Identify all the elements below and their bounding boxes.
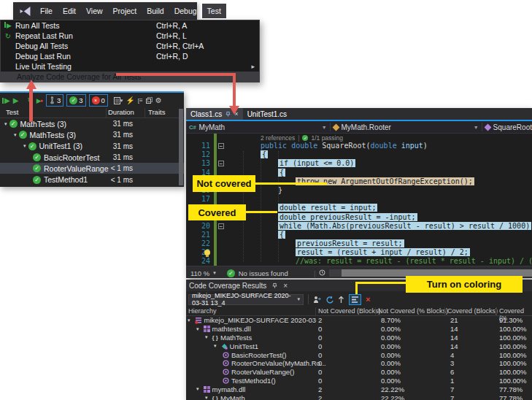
menu-item-repeat-last-run[interactable]: ↻Repeat Last RunCtrl+R, L [1, 31, 259, 41]
test-row[interactable]: ▾✓MathTests (3)31 ms [0, 118, 184, 129]
menu-project[interactable]: Project [108, 4, 142, 18]
member-dropdown[interactable]: SquareRoot [482, 123, 532, 131]
test-explorer-scrollbar[interactable] [179, 109, 183, 185]
merge-results-icon[interactable] [325, 296, 334, 304]
type-dropdown[interactable]: MyMath.Rooter ▼ [331, 123, 482, 131]
export-results-icon[interactable] [338, 296, 344, 304]
import-results-icon[interactable] [313, 296, 321, 304]
expander-icon[interactable]: ▾ [14, 132, 17, 138]
test-explorer-panel: ▶ ▶ ↻ ▶● 3 ✓ 3 × 0 ▾ ⚡ [≡ [0, 91, 184, 187]
filter-passed-tests-button[interactable]: ✓ 3 [66, 94, 85, 107]
column-hierarchy[interactable]: Hierarchy [186, 307, 217, 315]
issues-status[interactable]: No issues found [239, 269, 288, 277]
coverage-run-selector[interactable]: mikejo_MIKEJO-SURFACE 2020-03-31 13_4 ▾ [188, 294, 304, 305]
menu-build[interactable]: Build [142, 4, 169, 18]
coverage-row[interactable]: ▾UnitTest100.00%14100.00% [186, 342, 532, 350]
test-row[interactable]: ▾✓UnitTest1 (3)31 ms [0, 141, 184, 152]
filter-all-tests-button[interactable]: 3 [46, 94, 63, 107]
code-line[interactable]: 23result = (result + input / result) / 2… [186, 248, 532, 257]
coverage-row[interactable]: RooterValueRange()00.00%6100.00% [186, 368, 532, 377]
line-number: 24 [186, 257, 210, 266]
code-line[interactable]: 22previousResult = result; [186, 239, 532, 248]
show-coverage-coloring-button[interactable] [349, 294, 361, 305]
test-row[interactable]: ✓BasicRooterTest31 ms [0, 152, 184, 163]
test-name: UnitTest1 (3) [39, 142, 83, 150]
run-tests-icon[interactable]: ▶ [13, 97, 19, 104]
menu-edit[interactable]: Edit [58, 4, 81, 18]
menu-item-run-all-tests[interactable]: ▶Run All TestsCtrl+R, A [1, 20, 259, 31]
line-number: 21 [186, 231, 210, 239]
remove-result-icon[interactable]: × [366, 295, 370, 304]
code-area[interactable]: 2 references | ✓ 1/1 passing 11−public d… [186, 134, 532, 266]
codelens-references[interactable]: 2 references [261, 134, 295, 142]
code-line[interactable]: 17 [186, 195, 532, 204]
watch-icon[interactable] [319, 269, 325, 277]
coverage-row[interactable]: ▾{ }MathTests00.00%14100.00% [186, 334, 532, 342]
code-line[interactable]: 21{ [186, 231, 532, 239]
code-text: double previousResult = -input; [278, 213, 417, 222]
codelens-passing[interactable]: 1/1 passing [311, 134, 342, 142]
expander-icon[interactable]: ▾ [196, 386, 199, 392]
coverage-item-name: UnitTest1 [230, 342, 259, 350]
menu-view[interactable]: View [81, 4, 108, 18]
zoom-level[interactable]: 110 % [190, 269, 209, 277]
codelens-indicator[interactable]: 2 references | ✓ 1/1 passing [261, 134, 343, 142]
fold-marker-icon[interactable]: − [218, 223, 224, 229]
coverage-item: ▾mathtests.dll [186, 325, 325, 333]
expander-icon[interactable]: ▾ [205, 395, 208, 400]
menu-item-live-unit-testing[interactable]: Live Unit Testing▸ [1, 61, 259, 72]
code-line[interactable]: 24//was: result = result - (result * res… [186, 257, 532, 266]
column-not-covered-blocks[interactable]: Not Covered (Blocks) [318, 307, 381, 315]
project-dropdown[interactable]: C# MyMath ▼ [186, 123, 330, 131]
test-row[interactable]: ▾✓MathTests (3)31 ms [0, 129, 184, 140]
coverage-item: RooterValueRange() [186, 368, 352, 376]
navigation-bar: C# MyMath ▼ MyMath.Rooter ▼ SquareRoot [186, 121, 532, 134]
filter-failed-tests-button[interactable]: × 0 [89, 94, 108, 107]
group-by-icon[interactable]: [≡ [138, 97, 143, 104]
coverage-row[interactable]: ▾mikejo_MIKEJO-SURFACE 2020-03-31 13_...… [186, 316, 532, 325]
test-row[interactable]: ✓RooterValueRange< 1 ms [0, 163, 184, 174]
column-traits[interactable]: Traits [145, 108, 165, 118]
run-after-build-icon[interactable]: ⚡ [126, 97, 134, 104]
menu-item-debug-last-run[interactable]: Debug Last RunCtrl+R, D [1, 51, 259, 61]
related-tests-icon[interactable] [146, 97, 153, 104]
coverage-row[interactable]: RooterOneValue(MyMath.Ro...00.00%3100.00… [186, 359, 532, 368]
token: public [261, 142, 291, 150]
column-covered-blocks[interactable]: Covered (Blocks) [447, 307, 498, 315]
code-line[interactable]: 12{ [186, 150, 532, 159]
selected-run: mikejo_MIKEJO-SURFACE 2020-03-31 13_4 [192, 292, 297, 307]
menu-debug[interactable]: Debug [169, 4, 202, 18]
expander-icon[interactable]: ▾ [23, 143, 26, 149]
code-line[interactable]: 13−if (input <= 0.0) [186, 159, 532, 168]
playlist-icon[interactable]: ▾ [114, 97, 123, 104]
run-all-tests-icon[interactable]: ▶ [2, 97, 10, 104]
coverage-row[interactable]: BasicRooterTest()00.00%4100.00% [186, 350, 532, 359]
column-duration[interactable]: Duration [107, 108, 145, 118]
covered-blocks: 4 [450, 351, 454, 359]
fold-marker-icon[interactable]: − [218, 143, 224, 149]
menu-test[interactable]: Test [202, 4, 226, 18]
coverage-row[interactable]: ▾mathtests.dll00.00%14100.00% [186, 325, 532, 334]
pin-icon[interactable] [272, 282, 277, 289]
menu-file[interactable]: File [35, 4, 58, 18]
code-line[interactable]: 11−public double SquareRoot(double input… [186, 142, 532, 150]
expander-icon[interactable]: ▾ [205, 334, 208, 340]
settings-gear-icon[interactable]: ⚙ [155, 97, 162, 104]
code-line[interactable]: 20−while (Math.Abs(previousResult - resu… [186, 222, 532, 231]
coverage-row[interactable]: ▾{ }MyMath222.22%777.78% [186, 393, 532, 400]
column-test[interactable]: Test [0, 108, 107, 118]
expander-icon[interactable]: ▾ [214, 343, 217, 349]
coverage-row[interactable]: ▾mymath.dll222.22%777.78% [186, 385, 532, 393]
menu-item-debug-all-tests[interactable]: Debug All TestsCtrl+R, Ctrl+A [1, 41, 259, 51]
fold-marker-icon[interactable]: − [218, 161, 224, 166]
test-row[interactable]: ✓TestMethod1< 1 ms [0, 174, 184, 185]
expander-icon[interactable]: ▾ [4, 121, 7, 127]
column-not-covered-pct[interactable]: Not Covered (% Blocks) [378, 307, 448, 315]
expander-icon[interactable]: ▾ [188, 318, 190, 323]
cancel-run-icon[interactable]: ▶● [36, 97, 43, 104]
expander-icon[interactable]: ▾ [196, 326, 199, 332]
tab-unittest1[interactable]: UnitTest1.cs [243, 108, 291, 120]
zoom-dropdown-icon[interactable]: ▾ [213, 270, 216, 276]
close-panel-icon[interactable]: × [283, 282, 288, 290]
coverage-row[interactable]: TestMethod1()00.00%1100.00% [186, 377, 532, 385]
